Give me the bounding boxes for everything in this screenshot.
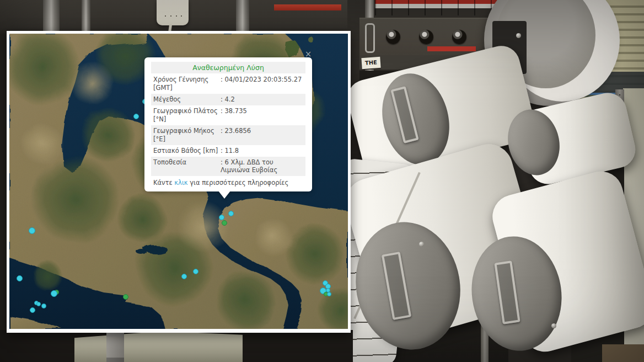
popup-row-latitude: Γεωγραφικό Πλάτος [°N] : 38.735 [151,105,305,125]
screw [516,33,521,38]
satellite-map[interactable]: × Αναθεωρημένη Λύση Χρόνος Γέννησης [GMT… [9,34,348,329]
event-popup: × Αναθεωρημένη Λύση Χρόνος Γέννησης [GMT… [144,57,312,191]
popup-tail [218,191,230,199]
earthquake-marker[interactable] [193,269,198,274]
more-info-link[interactable]: κλικ [174,179,187,187]
metal-bracket [106,332,124,362]
rack-rail [82,0,90,34]
earthquake-marker[interactable] [123,294,128,300]
module-row [375,0,501,15]
panel-red-stripe [274,4,341,10]
rack-rail [43,0,60,34]
popup-title: Αναθεωρημένη Λύση [151,62,305,73]
earthquake-marker[interactable] [41,304,46,308]
earthquake-marker[interactable] [181,274,187,279]
seismic-map-overlay[interactable]: × Αναθεωρημένη Λύση Χρόνος Γέννησης [GMT… [7,31,351,333]
screw [419,242,424,247]
earthquake-marker[interactable] [17,275,23,281]
junction-box-screws [163,14,183,18]
panel-red-label [427,46,476,51]
earthquake-marker[interactable] [219,215,224,220]
rack-rail [236,0,249,34]
popup-row-magnitude: Μέγεθος : 4.2 [151,94,305,105]
control-knob [386,30,400,44]
popup-row-depth: Εστιακό Βάθος [km] : 11.8 [151,145,305,157]
screw [551,323,556,328]
screenshot-stage: THE [0,0,644,362]
earthquake-marker[interactable] [30,307,35,313]
panel-handle [365,23,375,53]
earthquake-marker[interactable] [222,220,227,226]
junction-box [157,0,189,25]
earthquake-marker[interactable] [228,211,234,216]
earthquake-marker[interactable] [36,302,41,306]
popup-row-origin-time: Χρόνος Γέννησης [GMT] : 04/01/2023 20:03… [151,74,305,94]
handwritten-label: THE [361,57,380,69]
earthquake-marker[interactable] [29,227,35,234]
popup-row-location: Τοποθεσία : 6 Χλμ. ΔΒΔ του Λιμνιώνα Ευβο… [151,157,305,177]
control-knob [419,30,433,44]
close-icon[interactable]: × [303,49,313,59]
floor [602,344,644,362]
earthquake-marker[interactable] [327,292,331,296]
earthquake-marker[interactable] [51,290,57,297]
popup-footer: Κάντε κλικ για περισσότερες πληροφορίες [151,176,305,187]
control-knob [452,30,466,44]
earthquake-marker[interactable] [133,114,139,119]
popup-row-longitude: Γεωγραφικό Μήκος [°E] : 23.6856 [151,125,305,145]
